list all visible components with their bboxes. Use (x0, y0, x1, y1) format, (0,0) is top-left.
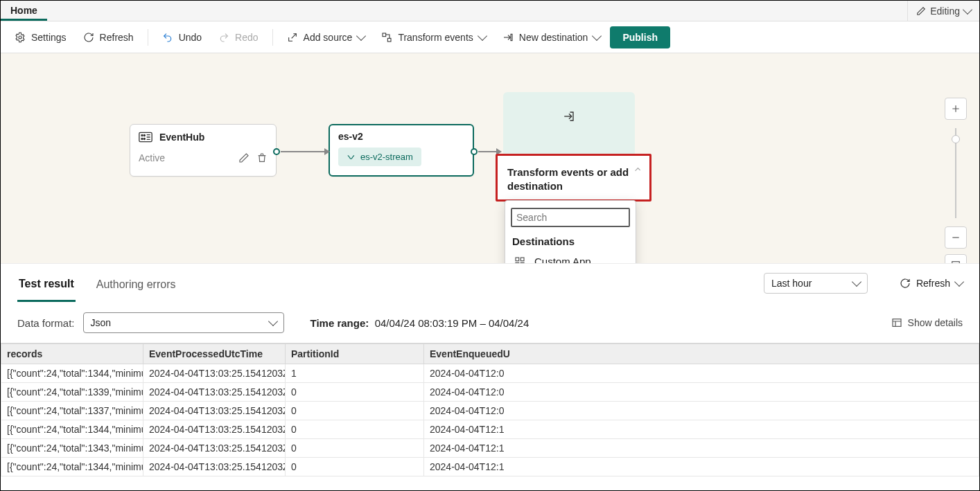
table-cell: 2024-04-04T13:03:25.1541203Z (143, 439, 286, 458)
table-cell: 2024-04-04T12:1 (424, 458, 979, 476)
table-cell: [{"count":24,"total":1339,"minimum" (1, 383, 143, 402)
svg-rect-3 (511, 34, 512, 40)
eventhub-icon (139, 132, 152, 143)
zoom-in-button[interactable] (945, 98, 967, 120)
settings-button[interactable]: Settings (8, 28, 73, 47)
table-row[interactable]: [{"count":24,"total":1337,"minimum"2024-… (1, 402, 979, 420)
table-cell: 2024-04-04T12:0 (424, 383, 979, 402)
table-row[interactable]: [{"count":24,"total":1344,"minimum"2024-… (1, 458, 979, 476)
node-eventhub[interactable]: EventHub Active (130, 124, 277, 177)
tab-authoring-errors[interactable]: Authoring errors (95, 266, 177, 301)
col-records[interactable]: records (1, 344, 143, 364)
arrow-icon (324, 148, 330, 155)
new-destination-button[interactable]: New destination (496, 28, 608, 47)
toolbar: Settings Refresh Undo Redo Add source Tr… (1, 21, 979, 53)
editing-label: Editing (930, 6, 960, 17)
table-row[interactable]: [{"count":24,"total":1344,"minimum"2024-… (1, 364, 979, 383)
pencil-icon[interactable] (238, 152, 250, 163)
node-stream[interactable]: es-v2 es-v2-stream (329, 124, 474, 177)
table-cell: 2024-04-04T12:0 (424, 402, 979, 420)
stream-icon (347, 152, 356, 162)
show-details-button[interactable]: Show details (891, 317, 963, 328)
svg-rect-2 (388, 38, 392, 42)
time-select-label: Last hour (771, 278, 812, 289)
table-cell: 2024-04-04T13:03:25.1541203Z (143, 383, 286, 402)
data-format-value: Json (91, 317, 112, 328)
transform-label: Transform events (398, 32, 473, 43)
zoom-thumb[interactable] (952, 135, 960, 143)
time-range-value: 04/04/24 08:03:19 PM – 04/04/24 (375, 317, 530, 329)
zoom-slider[interactable] (955, 128, 956, 218)
table-cell: 2024-04-04T13:03:25.1541203Z (143, 364, 286, 383)
trash-icon[interactable] (256, 152, 268, 163)
chevron-down-icon (852, 277, 861, 287)
add-source-button[interactable]: Add source (280, 28, 372, 47)
table-row[interactable]: [{"count":24,"total":1343,"minimum"2024-… (1, 439, 979, 458)
chevron-down-icon (963, 4, 972, 14)
table-row[interactable]: [{"count":24,"total":1339,"minimum"2024-… (1, 383, 979, 402)
table-cell: [{"count":24,"total":1343,"minimum" (1, 439, 143, 458)
menu-item-custom-app[interactable]: Custom App (505, 250, 636, 264)
col-partition[interactable]: PartitionId (286, 344, 424, 364)
table-cell: 2024-04-04T13:03:25.1541203Z (143, 420, 286, 439)
new-destination-label: New destination (519, 32, 588, 43)
topbar: Home Editing (1, 1, 979, 21)
table-cell: 1 (286, 364, 424, 383)
data-format-select[interactable]: Json (83, 312, 284, 333)
time-range: Time range: 04/04/24 08:03:19 PM – 04/04… (310, 317, 530, 329)
editing-mode-button[interactable]: Editing (907, 1, 979, 21)
tab-test-result[interactable]: Test result (17, 265, 76, 302)
transform-popup-header[interactable]: Transform events or add destination (496, 154, 651, 202)
connector (478, 151, 498, 152)
exit-icon (563, 110, 575, 123)
table-cell: 0 (286, 383, 424, 402)
undo-icon (162, 32, 173, 43)
gear-icon (15, 32, 26, 43)
port[interactable] (471, 148, 478, 155)
refresh-button[interactable]: Refresh (76, 28, 141, 47)
col-enqueued[interactable]: EventEnqueuedU (424, 344, 979, 364)
table-cell: 0 (286, 402, 424, 420)
table-cell: 2024-04-04T13:03:25.1541203Z (143, 402, 286, 420)
data-format-label: Data format: (17, 317, 75, 329)
zoom-controls (945, 98, 967, 264)
chevron-down-icon (592, 30, 602, 40)
eventhub-status: Active (139, 152, 165, 163)
table-cell: [{"count":24,"total":1344,"minimum" (1, 420, 143, 439)
svg-point-8 (143, 139, 145, 140)
time-range-label: Time range: (310, 317, 369, 329)
time-select[interactable]: Last hour (764, 273, 868, 294)
publish-button[interactable]: Publish (610, 26, 670, 48)
transform-events-button[interactable]: Transform events (374, 28, 492, 47)
refresh-icon (83, 32, 94, 43)
refresh-label: Refresh (100, 32, 134, 43)
svg-point-5 (141, 135, 143, 136)
svg-rect-10 (520, 258, 524, 261)
zoom-fit-button[interactable] (945, 254, 967, 264)
pencil-icon (916, 6, 926, 16)
results-refresh-button[interactable]: Refresh (900, 278, 963, 289)
table-cell: 2024-04-04T12:0 (424, 364, 979, 383)
svg-rect-1 (383, 33, 386, 37)
stream-pill[interactable]: es-v2-stream (338, 148, 421, 166)
menu-item-label: Custom App (534, 256, 591, 264)
zoom-out-button[interactable] (945, 226, 967, 249)
table-cell: 2024-04-04T13:03:25.1541203Z (143, 458, 286, 476)
results-panel: Test result Authoring errors Last hour R… (1, 264, 979, 490)
table-cell: 2024-04-04T12:1 (424, 420, 979, 439)
menu-section-destinations: Destinations (505, 231, 636, 250)
canvas[interactable]: EventHub Active es-v2 es-v2-stream Trans… (1, 53, 979, 264)
table-cell: [{"count":24,"total":1344,"minimum" (1, 458, 143, 476)
undo-button[interactable]: Undo (155, 28, 209, 47)
results-table: records EventProcessedUtcTime PartitionI… (1, 343, 979, 476)
port[interactable] (273, 148, 280, 155)
menu-search-input[interactable]: Search (511, 208, 630, 227)
svg-point-7 (141, 139, 143, 140)
add-source-label: Add source (304, 32, 353, 43)
tab-home[interactable]: Home (1, 1, 47, 21)
col-processed[interactable]: EventProcessedUtcTime (143, 344, 286, 364)
svg-point-0 (19, 36, 21, 39)
minus-icon (951, 233, 961, 242)
table-cell: 0 (286, 420, 424, 439)
table-row[interactable]: [{"count":24,"total":1344,"minimum"2024-… (1, 420, 979, 439)
